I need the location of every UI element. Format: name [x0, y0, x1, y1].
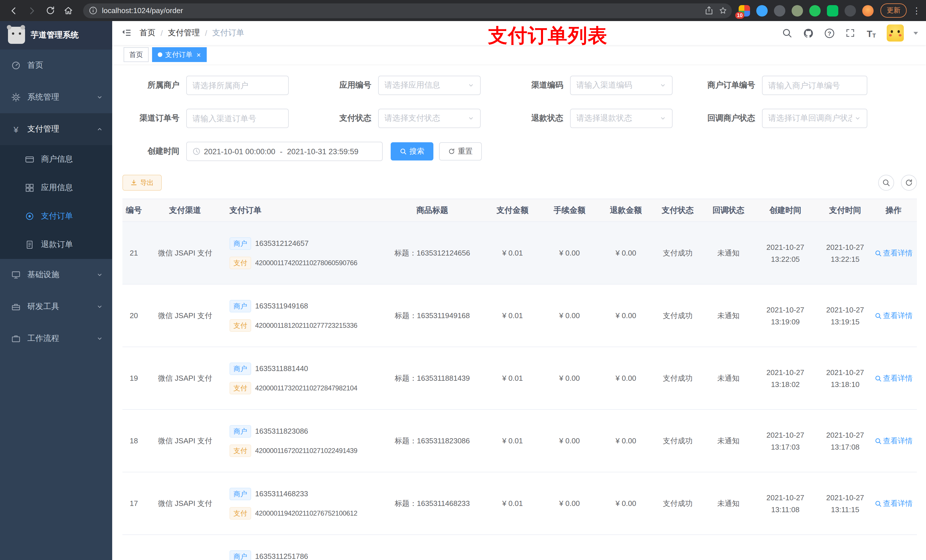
cell-refund: ¥ 0.00	[602, 436, 649, 445]
document-icon	[25, 240, 34, 249]
channel-order-no-input[interactable]	[186, 109, 289, 128]
cell-pay-time: 2021-10-27 13:22:15	[820, 241, 870, 265]
cell-status: 支付成功	[649, 248, 706, 258]
table-header: 编号 支付渠道 支付订单 商品标题 支付金额 手续金额 退款金额 支付状态 回调…	[123, 199, 917, 222]
cell-amount: ¥ 0.01	[489, 436, 536, 445]
pay-badge: 支付	[230, 444, 251, 457]
view-detail-link[interactable]: 查看详情	[875, 373, 912, 383]
filter-label-pay-status: 支付状态	[314, 113, 371, 124]
site-info-icon[interactable]	[89, 6, 97, 15]
browser-update-button[interactable]: 更新	[881, 3, 906, 18]
sidebar-item-infra[interactable]: 基础设施	[0, 259, 112, 291]
app-logo: 芋道管理系统	[0, 21, 112, 50]
extension-icon-olive[interactable]	[791, 5, 803, 16]
cell-pay-order: 商户 1635311949168 支付 42000011812021102777…	[225, 300, 376, 332]
view-detail-link[interactable]: 查看详情	[875, 498, 912, 509]
extension-icon-blue[interactable]	[756, 5, 768, 16]
breadcrumb-home[interactable]: 首页	[139, 28, 156, 38]
browser-menu-icon[interactable]: ⋮	[912, 5, 920, 16]
cell-id: 18	[123, 436, 145, 445]
cell-pay-time: 2021-10-27 13:17:08	[820, 429, 870, 453]
extension-icon-dark[interactable]	[844, 5, 856, 16]
cell-pay-time: 2021-10-27 13:11:15	[820, 491, 870, 515]
sidebar-item-pay-order[interactable]: 支付订单	[0, 202, 112, 231]
sidebar-fold-icon[interactable]	[119, 26, 134, 41]
cell-notify: 未通知	[706, 373, 750, 383]
sidebar-item-payment[interactable]: ¥ 支付管理	[0, 113, 112, 145]
extension-icon-gray[interactable]	[774, 5, 785, 16]
share-icon[interactable]	[705, 6, 713, 15]
reload-icon[interactable]	[42, 3, 58, 18]
pay-transaction-no: 4200001173202110272847982104	[255, 384, 357, 392]
home-icon[interactable]	[61, 3, 76, 18]
chevron-down-icon	[96, 272, 103, 278]
cell-status: 支付成功	[649, 436, 706, 446]
refresh-table-icon[interactable]	[901, 175, 917, 191]
sidebar-item-system[interactable]: 系统管理	[0, 82, 112, 113]
bookmark-star-icon[interactable]	[719, 6, 727, 15]
merchant-input[interactable]	[186, 76, 289, 95]
tag-pay-order[interactable]: 支付订单 ×	[152, 47, 206, 62]
extension-icon-green-circle[interactable]	[809, 5, 821, 16]
view-detail-link[interactable]: 查看详情	[875, 248, 912, 258]
tag-home[interactable]: 首页	[124, 47, 149, 62]
view-detail-link[interactable]: 查看详情	[875, 311, 912, 321]
export-button[interactable]: 导出	[123, 175, 162, 191]
merchant-order-no-input[interactable]	[762, 76, 867, 95]
sidebar-item-workflow[interactable]: 工作流程	[0, 323, 112, 355]
active-dot	[158, 52, 162, 57]
github-icon[interactable]	[802, 27, 814, 39]
merchant-badge: 商户	[230, 300, 251, 312]
view-detail-link[interactable]: 查看详情	[875, 436, 912, 446]
user-avatar[interactable]	[887, 24, 904, 42]
pay-status-select[interactable]: 请选择支付状态	[378, 109, 481, 128]
chevron-down-icon	[96, 335, 103, 342]
payment-submenu: 商户信息 应用信息 支付订单	[0, 145, 112, 259]
reset-button[interactable]: 重置	[439, 142, 482, 160]
profile-avatar-icon[interactable]	[862, 5, 874, 16]
refund-status-select[interactable]: 请选择退款状态	[570, 109, 673, 128]
extension-badge: 10	[735, 12, 744, 18]
avatar-caret-icon[interactable]	[914, 32, 918, 35]
cell-title: 标题：1635311823086	[376, 436, 489, 446]
app-no-select[interactable]: 请选择应用信息	[378, 76, 481, 95]
sidebar-item-merchant-info[interactable]: 商户信息	[0, 145, 112, 174]
help-icon[interactable]: ?	[823, 27, 835, 39]
forward-icon[interactable]	[24, 3, 40, 18]
pay-badge: 支付	[230, 507, 251, 519]
extension-icon-palette[interactable]: 10	[738, 5, 750, 16]
merchant-badge: 商户	[230, 237, 251, 249]
font-size-icon[interactable]: TT	[865, 27, 877, 39]
sidebar-item-dev-tools[interactable]: 研发工具	[0, 291, 112, 323]
extension-icon-green-square[interactable]	[827, 5, 838, 16]
table-row: 21 微信 JSAPI 支付 商户 1635312124657 支付 42000…	[123, 222, 917, 285]
sidebar-item-app-info[interactable]: 应用信息	[0, 174, 112, 202]
chevron-down-icon	[854, 115, 861, 122]
merchant-order-no: 1635312124657	[255, 239, 309, 248]
create-time-range-picker[interactable]: 2021-10-01 00:00:00 - 2021-10-31 23:59:5…	[186, 142, 383, 161]
cell-channel: 微信 JSAPI 支付	[145, 248, 225, 258]
channel-code-select[interactable]: 请输入渠道编码	[570, 76, 673, 95]
toggle-search-icon[interactable]	[878, 175, 894, 191]
cell-id: 20	[123, 311, 145, 320]
sidebar-item-home[interactable]: 首页	[0, 50, 112, 82]
tag-close-icon[interactable]: ×	[197, 51, 201, 58]
cell-create-time: 2021-10-27 13:22:05	[750, 241, 820, 265]
cell-refund: ¥ 0.00	[602, 374, 649, 382]
search-icon[interactable]	[781, 27, 793, 39]
search-button[interactable]: 搜索	[391, 142, 433, 160]
top-navbar: 首页 / 支付管理 / 支付订单 支付订单列表 ?	[112, 21, 926, 45]
fullscreen-icon[interactable]	[844, 27, 856, 39]
cell-pay-time: 2021-10-27 13:19:15	[820, 303, 870, 328]
address-bar[interactable]: localhost:1024/pay/order	[83, 3, 732, 18]
cell-title: 标题：1635311949168	[376, 311, 489, 321]
page-title-annotation: 支付订单列表	[488, 23, 608, 49]
back-icon[interactable]	[6, 3, 22, 18]
yen-icon: ¥	[11, 125, 21, 134]
cell-fee: ¥ 0.00	[536, 499, 602, 508]
pay-badge: 支付	[230, 319, 251, 332]
breadcrumb-payment[interactable]: 支付管理	[168, 28, 200, 38]
sidebar-item-refund-order[interactable]: 退款订单	[0, 231, 112, 259]
notify-status-select[interactable]: 请选择订单回调商户状态	[762, 109, 867, 128]
card-icon	[25, 155, 34, 164]
